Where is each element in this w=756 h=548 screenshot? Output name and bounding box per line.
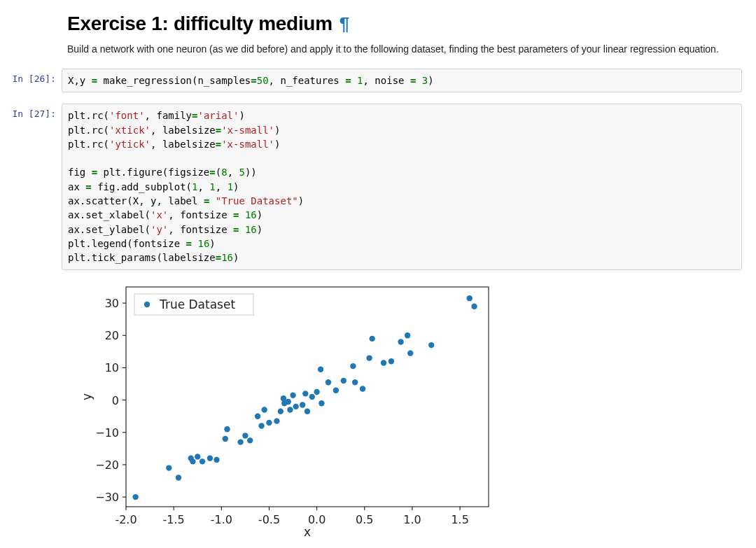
t: ax.set_ylabel(: [68, 224, 150, 235]
markdown-cell: Exercise 1: difficulty medium ¶ Build a …: [0, 13, 756, 55]
str: 'xtick': [109, 125, 150, 136]
data-point: [304, 408, 310, 414]
num: 5: [239, 167, 244, 178]
op: =: [209, 167, 215, 178]
t: , labelsize: [150, 139, 216, 150]
str: 'arial': [197, 110, 239, 121]
t: ): [298, 195, 304, 206]
data-point: [261, 407, 267, 412]
t: ): [257, 209, 262, 220]
data-point: [278, 408, 284, 414]
data-point: [471, 303, 477, 309]
data-point: [266, 419, 272, 425]
num: 1: [209, 181, 215, 192]
data-point: [388, 358, 394, 364]
str: 'y': [150, 224, 168, 235]
t: plt.legend(fontsize: [68, 238, 186, 249]
t: fig: [68, 167, 92, 178]
t: plt.rc(: [68, 125, 109, 136]
op: =: [345, 75, 351, 86]
sp: [239, 224, 244, 235]
x-tick-label: 1.0: [403, 513, 421, 526]
t: ax.set_xlabel(: [68, 209, 150, 220]
input-prompt: In [27]:: [0, 104, 62, 119]
num: 50: [257, 75, 269, 86]
t: ): [209, 238, 215, 249]
data-point: [428, 342, 434, 347]
output-cell: -2.0-1.5-1.0-0.50.00.51.01.5−30−20−10010…: [0, 281, 756, 540]
data-point: [333, 387, 339, 393]
legend-marker-icon: [144, 301, 150, 307]
heading-text: Exercise 1: difficulty medium: [67, 13, 332, 35]
t: plt.figure(figsize: [97, 167, 209, 178]
op: =: [216, 125, 221, 136]
sp: [239, 209, 244, 220]
data-point: [341, 377, 346, 383]
data-point: [281, 395, 286, 401]
data-point: [293, 403, 298, 409]
t: ): [233, 252, 239, 263]
op: =: [92, 167, 97, 178]
data-point: [166, 465, 172, 470]
x-tick-label: -0.5: [258, 513, 280, 526]
data-point: [318, 400, 324, 406]
markdown-paragraph: Build a network with one neuron (as we d…: [67, 43, 742, 55]
code-input[interactable]: plt.rc('font', family='arial') plt.rc('x…: [62, 104, 742, 269]
header-anchor-icon[interactable]: ¶: [340, 15, 349, 33]
data-point: [190, 458, 195, 464]
t: )): [245, 167, 257, 178]
num: 16: [197, 238, 209, 249]
t: , labelsize: [150, 125, 216, 136]
num: 8: [221, 167, 227, 178]
input-prompt: In [26]:: [0, 69, 62, 84]
legend-label: True Dataset: [159, 297, 235, 311]
notebook: Exercise 1: difficulty medium ¶ Build a …: [0, 0, 756, 548]
data-point: [309, 393, 315, 399]
scatter-chart: -2.0-1.5-1.0-0.50.00.51.01.5−30−20−10010…: [76, 281, 742, 540]
data-point: [360, 386, 365, 391]
t: ): [257, 224, 262, 235]
x-axis-label: x: [304, 525, 311, 539]
code-text: ): [428, 75, 433, 86]
t: , family: [145, 110, 192, 121]
str: 'font': [109, 110, 145, 121]
code-input[interactable]: X,y = make_regression(n_samples=50, n_fe…: [62, 69, 742, 92]
op: =: [92, 75, 97, 86]
data-point: [366, 355, 372, 360]
data-point: [258, 423, 264, 428]
num: 1: [357, 75, 363, 86]
y-tick-label: −30: [95, 491, 119, 504]
t: ,: [197, 181, 209, 192]
data-point: [300, 402, 305, 407]
t: plt.rc(: [68, 110, 109, 121]
t: , fontsize: [168, 209, 233, 220]
data-point: [302, 391, 308, 396]
num: 16: [245, 209, 257, 220]
data-point: [352, 379, 358, 385]
t: ax: [68, 181, 85, 192]
data-point: [132, 494, 138, 500]
y-tick-label: 30: [105, 297, 119, 310]
data-point: [255, 413, 260, 419]
y-tick-label: 0: [112, 393, 119, 407]
op: =: [216, 139, 221, 150]
data-point: [223, 435, 228, 441]
t: (: [216, 167, 221, 178]
plot-frame: [126, 287, 489, 507]
data-point: [369, 335, 374, 341]
code-cell-27: In [27]: plt.rc('font', family='arial') …: [0, 104, 756, 269]
t: ,: [216, 181, 227, 192]
t: plt.rc(: [68, 139, 109, 150]
x-tick-label: -1.0: [211, 513, 232, 526]
data-point: [237, 439, 243, 444]
data-point: [314, 388, 319, 394]
x-tick-label: -2.0: [115, 513, 136, 526]
data-point: [407, 350, 413, 356]
num: 3: [422, 75, 428, 86]
num: 1: [227, 181, 233, 192]
data-point: [207, 455, 213, 461]
code-cell-26: In [26]: X,y = make_regression(n_samples…: [0, 69, 756, 92]
op: =: [216, 252, 221, 263]
data-point: [398, 339, 403, 344]
code-text: make_regression(n_samples: [97, 75, 251, 86]
